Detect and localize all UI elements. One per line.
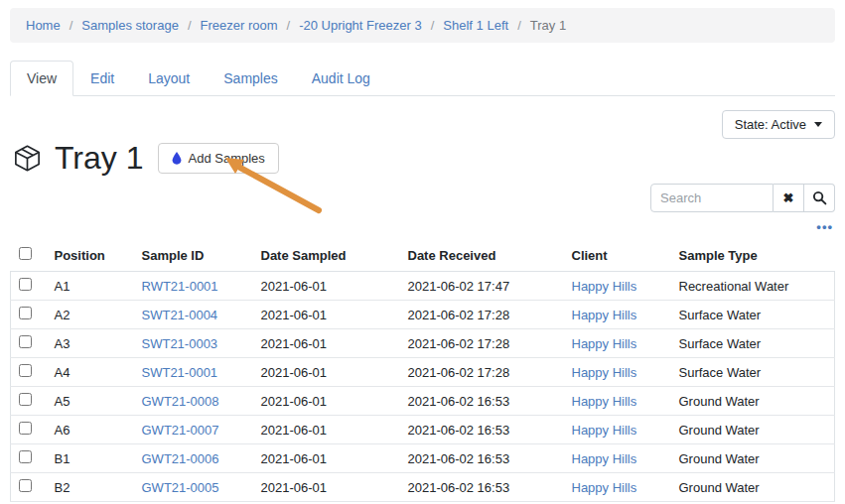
breadcrumb-item: / Samples storage	[61, 18, 179, 33]
cell-date-received: 2021-06-02 17:47	[400, 272, 564, 301]
row-checkbox[interactable]	[19, 364, 32, 377]
row-checkbox[interactable]	[19, 393, 32, 406]
cell-date-sampled: 2021-06-01	[253, 473, 400, 502]
clear-icon: ✖	[783, 190, 794, 205]
tab-label: Samples	[223, 70, 277, 86]
breadcrumb-item: / Shelf 1 Left	[422, 18, 508, 33]
row-checkbox[interactable]	[19, 335, 32, 348]
droplet-icon	[172, 152, 182, 165]
cell-sample-type: Surface Water	[671, 329, 835, 358]
table-row: A5 GWT21-0008 2021-06-01 2021-06-02 16:5…	[11, 387, 835, 416]
cell-position: A6	[47, 416, 134, 444]
row-checkbox[interactable]	[19, 479, 32, 492]
sample-id-link[interactable]: GWT21-0005	[142, 480, 219, 495]
state-dropdown-button[interactable]: State: Active	[722, 110, 835, 139]
column-toggle-ellipsis-icon[interactable]: •••	[816, 220, 833, 233]
client-link[interactable]: Happy Hills	[572, 279, 637, 294]
state-dropdown-label: State: Active	[735, 117, 806, 132]
breadcrumb-link[interactable]: Samples storage	[81, 18, 179, 33]
cell-date-received: 2021-06-02 17:28	[400, 358, 564, 387]
columns-menu-row: •••	[10, 220, 833, 233]
client-link[interactable]: Happy Hills	[572, 365, 637, 380]
state-row: State: Active	[10, 110, 835, 139]
sample-id-link[interactable]: RWT21-0001	[142, 279, 218, 294]
tab[interactable]: View	[10, 61, 73, 96]
sample-id-link[interactable]: SWT21-0004	[142, 308, 218, 322]
client-link[interactable]: Happy Hills	[572, 451, 637, 466]
cell-date-sampled: 2021-06-01	[253, 444, 400, 473]
cell-date-received: 2021-06-02 16:53	[400, 416, 564, 444]
samples-table: Position Sample ID Date Sampled Date Rec…	[10, 239, 835, 502]
row-checkbox[interactable]	[19, 307, 32, 319]
client-link[interactable]: Happy Hills	[572, 308, 637, 322]
table-row: A6 GWT21-0007 2021-06-01 2021-06-02 16:5…	[11, 416, 835, 444]
client-link[interactable]: Happy Hills	[572, 423, 637, 438]
tab-label: Layout	[148, 70, 190, 86]
caret-down-icon	[814, 122, 822, 127]
cell-date-sampled: 2021-06-01	[253, 358, 400, 387]
column-header-position: Position	[47, 239, 134, 272]
tab[interactable]: Layout	[131, 61, 207, 96]
search-input[interactable]	[650, 184, 774, 212]
cell-date-sampled: 2021-06-01	[253, 272, 400, 301]
sample-id-link[interactable]: GWT21-0006	[142, 451, 219, 466]
tab[interactable]: Audit Log	[295, 61, 387, 96]
cell-position: A5	[47, 387, 134, 416]
client-link[interactable]: Happy Hills	[572, 480, 637, 495]
cell-date-received: 2021-06-02 16:53	[400, 444, 564, 473]
clear-search-button[interactable]: ✖	[774, 184, 804, 212]
cell-date-received: 2021-06-02 17:28	[400, 301, 564, 329]
tab-label: Audit Log	[312, 70, 370, 86]
tab[interactable]: Samples	[207, 61, 294, 96]
search-group: ✖	[650, 184, 835, 212]
cell-sample-type: Surface Water	[671, 301, 835, 329]
tab-label: Edit	[90, 70, 114, 86]
add-samples-label: Add Samples	[189, 151, 265, 166]
breadcrumb-link[interactable]: Home	[26, 18, 61, 33]
tray-cube-icon	[12, 143, 43, 174]
table-row: A2 SWT21-0004 2021-06-01 2021-06-02 17:2…	[11, 301, 835, 329]
breadcrumb-separator: /	[431, 18, 435, 33]
cell-date-sampled: 2021-06-01	[253, 387, 400, 416]
breadcrumb-separator: /	[287, 18, 291, 33]
sample-id-link[interactable]: SWT21-0001	[142, 365, 218, 380]
breadcrumb-link[interactable]: -20 Upright Freezer 3	[299, 18, 422, 33]
search-icon	[812, 190, 827, 205]
client-link[interactable]: Happy Hills	[572, 394, 637, 409]
breadcrumb: / Home / Samples storage / Freezer room …	[10, 8, 835, 43]
table-row: A3 SWT21-0003 2021-06-01 2021-06-02 17:2…	[11, 329, 835, 358]
cell-sample-type: Surface Water	[671, 358, 835, 387]
cell-position: A1	[47, 272, 134, 301]
column-header-sample-id: Sample ID	[134, 239, 253, 272]
row-checkbox[interactable]	[19, 450, 32, 463]
search-row: ✖	[10, 184, 835, 212]
cell-sample-type: Ground Water	[671, 387, 835, 416]
breadcrumb-link[interactable]: Freezer room	[201, 18, 278, 33]
tab[interactable]: Edit	[73, 61, 131, 96]
sample-id-link[interactable]: GWT21-0007	[142, 423, 219, 438]
cell-position: A3	[47, 329, 134, 358]
sample-id-link[interactable]: GWT21-0008	[142, 394, 219, 409]
breadcrumb-link[interactable]: Tray 1	[530, 18, 566, 33]
sample-id-link[interactable]: SWT21-0003	[142, 336, 218, 351]
table-row: A4 SWT21-0001 2021-06-01 2021-06-02 17:2…	[11, 358, 835, 387]
breadcrumb-item: / Freezer room	[179, 18, 278, 33]
table-row: B1 GWT21-0006 2021-06-01 2021-06-02 16:5…	[11, 444, 835, 473]
cell-position: B1	[47, 444, 134, 473]
table-row: A1 RWT21-0001 2021-06-01 2021-06-02 17:4…	[11, 272, 835, 301]
client-link[interactable]: Happy Hills	[572, 336, 637, 351]
select-all-checkbox[interactable]	[19, 247, 32, 260]
table-header: Position Sample ID Date Sampled Date Rec…	[11, 239, 835, 272]
cell-date-received: 2021-06-02 16:53	[400, 473, 564, 502]
breadcrumb-item: / Tray 1	[508, 18, 566, 33]
breadcrumb-link[interactable]: Shelf 1 Left	[443, 18, 508, 33]
cell-position: A4	[47, 358, 134, 387]
cell-date-received: 2021-06-02 17:28	[400, 329, 564, 358]
add-samples-button[interactable]: Add Samples	[158, 143, 279, 174]
page-container: / Home / Samples storage / Freezer room …	[0, 0, 845, 504]
search-button[interactable]	[804, 184, 835, 212]
cell-date-sampled: 2021-06-01	[253, 329, 400, 358]
row-checkbox[interactable]	[19, 422, 32, 435]
row-checkbox[interactable]	[19, 278, 32, 291]
table-row: B2 GWT21-0005 2021-06-01 2021-06-02 16:5…	[11, 473, 835, 502]
